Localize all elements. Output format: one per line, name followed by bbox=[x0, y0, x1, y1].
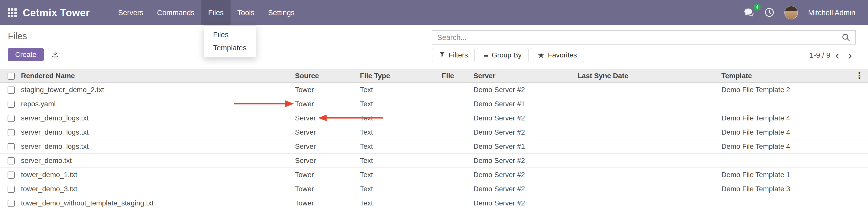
menu-files[interactable]: Files bbox=[202, 0, 230, 25]
column-header-template[interactable]: Template bbox=[721, 69, 868, 83]
cell-source[interactable]: Server bbox=[295, 111, 360, 125]
cell-last-sync-date[interactable] bbox=[578, 196, 721, 210]
row-checkbox[interactable] bbox=[8, 157, 15, 164]
cell-file[interactable] bbox=[442, 111, 473, 125]
cell-template[interactable]: Demo File Template 3 bbox=[721, 182, 868, 196]
cell-rendered-name[interactable]: staging_tower_demo_2.txt bbox=[21, 83, 295, 97]
cell-last-sync-date[interactable] bbox=[578, 182, 721, 196]
table-row[interactable]: server_demo_logs.txt Server Text Demo Se… bbox=[0, 125, 868, 140]
cell-rendered-name[interactable]: tower_demo_1.txt bbox=[21, 168, 295, 182]
cell-rendered-name[interactable]: server_demo_logs.txt bbox=[21, 140, 295, 154]
table-row[interactable]: server_demo_logs.txt Server Text Demo Se… bbox=[0, 140, 868, 154]
row-checkbox[interactable] bbox=[8, 186, 15, 193]
menu-servers[interactable]: Servers bbox=[111, 0, 150, 25]
cell-source[interactable]: Tower bbox=[295, 182, 360, 196]
cell-server[interactable]: Demo Server #1 bbox=[473, 140, 578, 154]
search-input[interactable] bbox=[432, 33, 842, 42]
cell-template[interactable]: Demo File Template 1 bbox=[721, 168, 868, 182]
row-checkbox[interactable] bbox=[8, 200, 15, 207]
pager-previous-button[interactable]: ‹ bbox=[832, 49, 843, 61]
cell-source[interactable]: Tower bbox=[295, 97, 360, 111]
cell-last-sync-date[interactable] bbox=[578, 83, 721, 97]
activity-button[interactable] bbox=[765, 8, 774, 18]
cell-server[interactable]: Demo Server #2 bbox=[473, 83, 578, 97]
cell-last-sync-date[interactable] bbox=[578, 111, 721, 125]
cell-rendered-name[interactable]: tower_demo_without_template_staging.txt bbox=[21, 196, 295, 210]
filters-button[interactable]: Filters bbox=[432, 48, 475, 62]
row-checkbox[interactable] bbox=[8, 115, 15, 122]
cell-file-type[interactable]: Text bbox=[360, 83, 442, 97]
group-by-button[interactable]: ≡ Group By bbox=[477, 48, 528, 62]
cell-source[interactable]: Tower bbox=[295, 168, 360, 182]
cell-rendered-name[interactable]: server_demo_logs.txt bbox=[21, 125, 295, 140]
table-row[interactable]: staging_tower_demo_2.txt Tower Text Demo… bbox=[0, 83, 868, 97]
cell-template[interactable] bbox=[721, 97, 868, 111]
cell-template[interactable] bbox=[721, 196, 868, 210]
cell-file-type[interactable]: Text bbox=[360, 140, 442, 154]
cell-file-type[interactable]: Text bbox=[360, 154, 442, 168]
favorites-button[interactable]: ★ Favorites bbox=[531, 48, 584, 62]
cell-file-type[interactable]: Text bbox=[360, 168, 442, 182]
column-header-file-type[interactable]: File Type bbox=[360, 69, 442, 83]
user-avatar[interactable] bbox=[784, 6, 798, 20]
dropdown-item-templates[interactable]: Templates bbox=[204, 41, 256, 54]
app-brand[interactable]: Cetmix Tower bbox=[23, 0, 97, 25]
cell-file[interactable] bbox=[442, 182, 473, 196]
select-all-checkbox[interactable] bbox=[8, 72, 15, 80]
cell-source[interactable]: Server bbox=[295, 154, 360, 168]
cell-server[interactable]: Demo Server #2 bbox=[473, 154, 578, 168]
cell-last-sync-date[interactable] bbox=[578, 140, 721, 154]
menu-settings[interactable]: Settings bbox=[261, 0, 301, 25]
column-header-rendered-name[interactable]: Rendered Name bbox=[21, 69, 295, 83]
pager-next-button[interactable]: › bbox=[844, 49, 856, 61]
cell-file[interactable] bbox=[442, 168, 473, 182]
cell-template[interactable]: Demo File Template 4 bbox=[721, 111, 868, 125]
cell-file[interactable] bbox=[442, 140, 473, 154]
cell-last-sync-date[interactable] bbox=[578, 125, 721, 140]
cell-file[interactable] bbox=[442, 196, 473, 210]
column-header-file[interactable]: File bbox=[442, 69, 473, 83]
cell-file[interactable] bbox=[442, 154, 473, 168]
cell-file-type[interactable]: Text bbox=[360, 182, 442, 196]
cell-rendered-name[interactable]: repos.yaml bbox=[21, 97, 295, 111]
cell-server[interactable]: Demo Server #2 bbox=[473, 168, 578, 182]
messages-button[interactable]: 4 bbox=[744, 8, 754, 18]
cell-file-type[interactable]: Text bbox=[360, 125, 442, 140]
column-header-server[interactable]: Server bbox=[473, 69, 578, 83]
cell-file-type[interactable]: Text bbox=[360, 111, 442, 125]
cell-server[interactable]: Demo Server #1 bbox=[473, 97, 578, 111]
cell-source[interactable]: Server bbox=[295, 125, 360, 140]
cell-file-type[interactable]: Text bbox=[360, 196, 442, 210]
cell-last-sync-date[interactable] bbox=[578, 168, 721, 182]
cell-rendered-name[interactable]: server_demo.txt bbox=[21, 154, 295, 168]
cell-source[interactable]: Tower bbox=[295, 196, 360, 210]
table-row[interactable]: tower_demo_without_template_staging.txt … bbox=[0, 196, 868, 210]
cell-template[interactable]: Demo File Template 4 bbox=[721, 125, 868, 140]
cell-template[interactable] bbox=[721, 154, 868, 168]
user-name[interactable]: Mitchell Admin bbox=[808, 9, 855, 17]
cell-file[interactable] bbox=[442, 97, 473, 111]
cell-server[interactable]: Demo Server #2 bbox=[473, 125, 578, 140]
table-row[interactable]: repos.yaml Tower Text Demo Server #1 bbox=[0, 97, 868, 111]
cell-file[interactable] bbox=[442, 125, 473, 140]
column-header-last-sync-date[interactable]: Last Sync Date bbox=[578, 69, 721, 83]
row-checkbox[interactable] bbox=[8, 172, 15, 179]
apps-menu-button[interactable] bbox=[0, 0, 23, 25]
table-row[interactable]: tower_demo_3.txt Tower Text Demo Server … bbox=[0, 182, 868, 196]
table-row[interactable]: server_demo.txt Server Text Demo Server … bbox=[0, 154, 868, 168]
export-button[interactable] bbox=[48, 48, 62, 61]
row-checkbox[interactable] bbox=[8, 129, 15, 136]
cell-file[interactable] bbox=[442, 83, 473, 97]
search-icon[interactable] bbox=[842, 33, 850, 42]
cell-server[interactable]: Demo Server #2 bbox=[473, 111, 578, 125]
cell-template[interactable]: Demo File Template 2 bbox=[721, 83, 868, 97]
cell-rendered-name[interactable]: server_demo_logs.txt bbox=[21, 111, 295, 125]
cell-rendered-name[interactable]: tower_demo_3.txt bbox=[21, 182, 295, 196]
table-row[interactable]: server_demo_logs.txt Server Text Demo Se… bbox=[0, 111, 868, 125]
cell-source[interactable]: Tower bbox=[295, 83, 360, 97]
cell-last-sync-date[interactable] bbox=[578, 97, 721, 111]
table-row[interactable]: tower_demo_1.txt Tower Text Demo Server … bbox=[0, 168, 868, 182]
row-checkbox[interactable] bbox=[8, 101, 15, 108]
menu-commands[interactable]: Commands bbox=[150, 0, 201, 25]
cell-template[interactable]: Demo File Template 4 bbox=[721, 140, 868, 154]
